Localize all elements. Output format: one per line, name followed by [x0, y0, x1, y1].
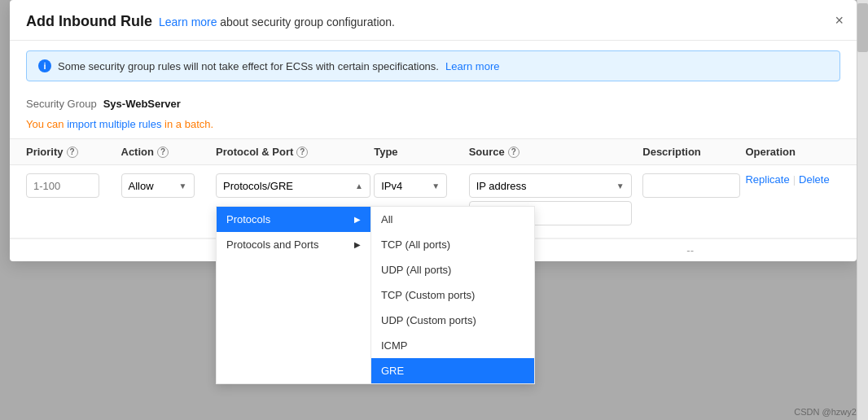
header-description: Description	[642, 146, 745, 158]
operation-cell: Replicate | Delete	[745, 173, 840, 186]
protocol-cell: Protocols/GRE ▲ Protocols ▶ Protocols an…	[216, 173, 374, 198]
dropdown-right-panel: All TCP (All ports) UDP (All ports) TCP …	[371, 207, 534, 383]
import-suffix: in a batch.	[164, 118, 213, 130]
protocols-arrow-icon: ▶	[354, 215, 361, 224]
dropdown-option-all[interactable]: All	[371, 207, 534, 232]
dropdown-item-protocols[interactable]: Protocols ▶	[217, 207, 370, 232]
header-source: Source ?	[469, 146, 643, 158]
header-type: Type	[374, 146, 469, 158]
import-prefix: You can	[26, 118, 64, 130]
protocol-select[interactable]: Protocols/GRE ▲	[216, 173, 370, 198]
banner-link[interactable]: Learn more	[445, 60, 499, 72]
dropdown-option-udp-all[interactable]: UDP (All ports)	[371, 257, 534, 282]
table-row: Allow ▼ Protocols/GRE ▲ Protocols ▶	[10, 165, 857, 238]
type-select[interactable]: IPv4 ▼	[374, 173, 447, 198]
description-input[interactable]	[642, 173, 740, 198]
security-group-value: Sys-WebServer	[103, 98, 181, 110]
dropdown-option-icmp[interactable]: ICMP	[371, 333, 534, 358]
protocols-ports-arrow-icon: ▶	[354, 240, 361, 249]
scrollbar[interactable]	[857, 0, 868, 420]
priority-help-icon[interactable]: ?	[67, 147, 78, 158]
description-cell	[642, 173, 745, 198]
banner-text: Some security group rules will not take …	[58, 60, 439, 72]
type-cell: IPv4 ▼	[374, 173, 469, 198]
import-row: You can import multiple rules in a batch…	[10, 116, 857, 138]
watermark: CSDN @hzwy23	[794, 407, 861, 417]
dropdown-option-udp-custom[interactable]: UDP (Custom ports)	[371, 308, 534, 333]
learn-more-text: about security group configuration.	[220, 15, 395, 28]
action-select[interactable]: Allow ▼	[121, 173, 195, 198]
learn-more-link[interactable]: Learn more	[159, 15, 217, 28]
import-link[interactable]: import multiple rules	[67, 118, 161, 130]
source-select-value: IP address	[476, 180, 527, 192]
dropdown-left-panel: Protocols ▶ Protocols and Ports ▶	[217, 207, 371, 383]
protocol-dropdown: Protocols ▶ Protocols and Ports ▶ All TC…	[216, 206, 535, 384]
modal-overlay: Add Inbound Rule Learn more about securi…	[0, 0, 868, 420]
source-chevron-icon: ▼	[616, 182, 625, 190]
header-priority: Priority ?	[26, 146, 121, 158]
dropdown-option-tcp-custom[interactable]: TCP (Custom ports)	[371, 282, 534, 308]
source-help-icon[interactable]: ?	[508, 147, 519, 158]
dropdown-item-protocols-and-ports[interactable]: Protocols and Ports ▶	[217, 232, 370, 257]
table-header: Priority ? Action ? Protocol & Port ? Ty…	[10, 138, 857, 165]
action-help-icon[interactable]: ?	[157, 147, 169, 158]
source-select[interactable]: IP address ▼	[469, 173, 632, 198]
info-banner: i Some security group rules will not tak…	[26, 50, 840, 81]
protocol-chevron-icon: ▲	[355, 182, 363, 190]
header-protocol: Protocol & Port ?	[216, 146, 374, 158]
info-icon: i	[38, 59, 51, 72]
priority-input[interactable]	[26, 173, 99, 198]
modal-header: Add Inbound Rule Learn more about securi…	[10, 0, 857, 41]
action-value: Allow	[129, 180, 154, 192]
modal: Add Inbound Rule Learn more about securi…	[10, 0, 857, 261]
operation-buttons: Replicate | Delete	[745, 173, 840, 186]
replicate-button[interactable]: Replicate	[745, 173, 789, 186]
action-cell: Allow ▼	[121, 173, 217, 198]
dropdown-option-gre[interactable]: GRE	[371, 358, 534, 383]
type-value: IPv4	[381, 180, 402, 192]
modal-title: Add Inbound Rule	[26, 13, 152, 30]
close-button[interactable]: ×	[835, 13, 844, 28]
op-divider: |	[793, 173, 796, 186]
protocol-value: Protocols/GRE	[223, 180, 293, 192]
bottom-dashes: --	[686, 244, 694, 256]
action-chevron-icon: ▼	[179, 182, 187, 190]
dropdown-option-tcp-all[interactable]: TCP (All ports)	[371, 232, 534, 257]
delete-button[interactable]: Delete	[799, 173, 830, 186]
protocol-help-icon[interactable]: ?	[296, 147, 308, 158]
security-group-label: Security Group	[26, 98, 97, 110]
header-operation: Operation	[745, 146, 840, 158]
header-action: Action ?	[121, 146, 217, 158]
priority-cell	[26, 173, 121, 198]
type-chevron-icon: ▼	[432, 182, 440, 190]
security-group-row: Security Group Sys-WebServer	[10, 91, 857, 116]
